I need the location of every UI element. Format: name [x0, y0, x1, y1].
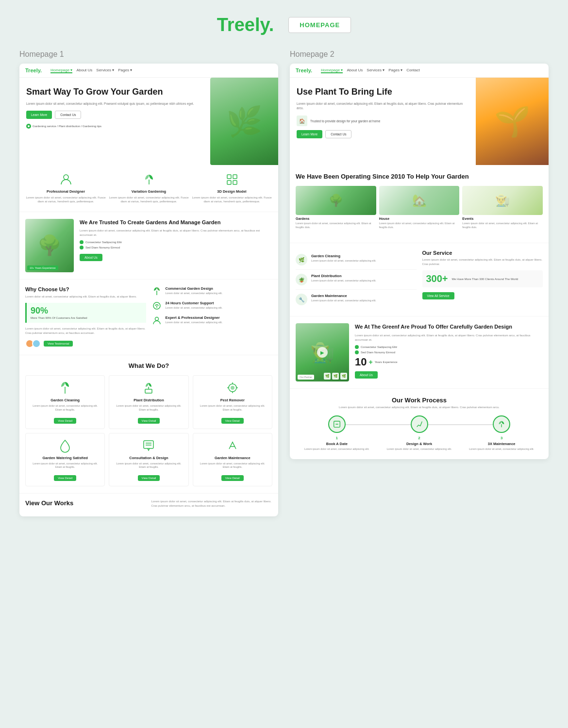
h2-nav-link-services[interactable]: Services ▾: [367, 68, 384, 73]
svg-rect-20: [144, 441, 153, 448]
h1-about-btn[interactable]: About Us: [80, 254, 102, 261]
card-desc-1: Lorem ipsum dolor sit amet, consectetur …: [30, 404, 100, 412]
gallery-img-1: 🌳: [296, 186, 376, 215]
h2-our-service: 🌿 Garden Cleaning Lorem ipsum dolor sit …: [290, 243, 549, 316]
h2-nav: Treely. Homepage ▾ About Us Services ▾ P…: [290, 64, 549, 78]
h1-hero-content: Smart Way To Grow Your Garden Lorem ipsu…: [19, 78, 210, 165]
h2-years-label: Years Experience: [375, 361, 398, 364]
check-dot-1: [80, 240, 84, 244]
h1-service-3: Expert & Professional Designer Lorem dol…: [152, 315, 273, 325]
h2-years-num: 10: [355, 356, 367, 368]
h2-hero: Use Plant To Bring Life Lorem ipsum dolo…: [290, 78, 549, 165]
svg-point-1: [64, 175, 68, 180]
play-button[interactable]: ▶: [317, 347, 328, 358]
card-desc-4: Lorem ipsum dolor sit amet, consectetur …: [30, 462, 100, 469]
h2-about-btn[interactable]: About Us: [355, 371, 378, 379]
h2-nav-link-contact[interactable]: Contact: [406, 68, 420, 73]
h2-service-right-desc: Lorem ipsum dolor sit amet, consectetur …: [422, 258, 543, 266]
top-header: Treely. HOMEPAGE: [0, 0, 568, 45]
h2-check-dot-1: [355, 345, 359, 349]
feature-item-1: Professional Designer Lorem ipsum dolor …: [24, 173, 107, 204]
card-title-6: Garden Maintenance: [197, 456, 268, 460]
h1-nav-links: Homepage ▾ About Us Services ▾ Pages ▾: [50, 68, 132, 73]
h2-process: Our Work Process Lorem ipsum dolor sit a…: [290, 389, 549, 459]
h1-nav-link-home[interactable]: Homepage ▾: [50, 68, 72, 73]
h2-nav-link-pages[interactable]: Pages ▾: [388, 68, 402, 73]
h1-about: 🌳 10+ Years Experience We Are Trusted To…: [19, 212, 278, 280]
h1-service-name-3: Expert & Professional Designer: [166, 315, 223, 320]
h2-nav-link-home[interactable]: Homepage ▾: [321, 68, 343, 73]
gardening-icon: [142, 173, 156, 186]
h2-gallery-row: 🌳 Gardens Lorem ipsum dolor sit amet, co…: [296, 186, 543, 229]
h1-what-title: What We Do?: [25, 362, 272, 369]
h1-service-2: 24 Hours Customer Support Lorem dolor si…: [152, 301, 273, 311]
step-desc-3: Lorem ipsum dolor sit amet, consectetur …: [460, 447, 543, 451]
h2-proud-title: We At The Greenf Are Proud To Offer Care…: [355, 323, 543, 330]
h1-about-content: We Are Trusted To Create Gardens And Man…: [80, 219, 272, 272]
h2-learn-more-btn[interactable]: Learn More: [297, 130, 322, 138]
h2-hero-title: Use Plant To Bring Life: [297, 86, 469, 98]
h1-about-image: 🌳 10+ Years Experience: [25, 219, 74, 272]
h2-stat-box: 300+ We Have More Than 300 Clients Aroun…: [422, 270, 543, 287]
h2-service-right-title: Our Service: [422, 250, 543, 256]
feature-title-2: Variation Gardening: [107, 189, 190, 194]
card-desc-2: Lorem ipsum dolor sit amet, consectetur …: [113, 404, 184, 412]
h2-service-name-2: Plant Distribution: [311, 274, 376, 278]
h1-service-name-2: 24 Hours Customer Support: [166, 301, 223, 305]
card-title-4: Garden Watering Satisfied: [30, 456, 100, 460]
card-btn-2[interactable]: View Detail: [138, 418, 160, 424]
h1-contact-btn[interactable]: Contact Us: [55, 111, 81, 119]
h2-view-all-btn[interactable]: View All Service: [422, 292, 454, 299]
card-title-5: Consultation & Design: [113, 456, 184, 460]
h1-avatars: [25, 339, 41, 348]
homepage1-card: Treely. Homepage ▾ About Us Services ▾ P…: [19, 64, 278, 516]
partner-label: Our Partner: [298, 375, 314, 380]
customer-support-icon: [152, 301, 162, 311]
h1-hero: Smart Way To Grow Your Garden Lorem ipsu…: [19, 78, 278, 165]
gallery-gardens: 🌳 Gardens Lorem ipsum dolor sit amet, co…: [296, 186, 376, 229]
h1-works: View Our Works Lorem ipsum dolor sit ame…: [19, 494, 278, 516]
trusted-icon: 🏠: [297, 116, 307, 126]
h2-service-desc-2: Lorem ipsum dolor sit amet, consectetur …: [311, 279, 376, 283]
step-title-3: 3X Maintenance: [460, 442, 543, 446]
h2-hero-buttons: Learn More Contact Us: [297, 130, 469, 138]
h1-percent-desc: More Than 90% Of Customers Are Satisfied: [31, 316, 142, 320]
h2-service-right: Our Service Lorem ipsum dolor sit amet, …: [422, 250, 543, 309]
commercial-garden-icon: [152, 286, 162, 296]
card-pest-remover: Pest Remover Lorem ipsum dolor sit amet,…: [193, 375, 272, 429]
h2-nav-link-about[interactable]: About Us: [347, 68, 363, 73]
partner-icons: 🌿 🌿 🌿: [324, 373, 347, 380]
homepage1-col: Homepage 1 Treely. Homepage ▾ About Us S…: [19, 50, 278, 516]
h1-percent-box: 90% More Than 90% Of Customers Are Satis…: [25, 303, 146, 323]
svg-rect-6: [233, 181, 237, 184]
h1-nav-link-services[interactable]: Services ▾: [96, 68, 114, 73]
h2-proud-content: We At The Greenf Are Proud To Offer Care…: [355, 323, 543, 381]
card-btn-4[interactable]: View Detail: [54, 475, 76, 481]
h1-nav-link-pages[interactable]: Pages ▾: [118, 68, 132, 73]
h2-contact-btn[interactable]: Contact Us: [325, 130, 351, 138]
h1-about-title: We Are Trusted To Create Gardens And Man…: [80, 219, 272, 226]
h2-hero-desc: Lorem ipsum dolor sit amet, consectetur …: [297, 101, 469, 111]
h1-works-desc: Lorem ipsum dolor sit amet, consectetur …: [151, 499, 273, 508]
step-desc-1: Lorem ipsum dolor sit amet, consectetur …: [296, 447, 378, 451]
h2-trusted-text: Trusted to provide design for your garde…: [310, 119, 380, 123]
h1-learn-more-btn[interactable]: Learn More: [26, 111, 52, 119]
h1-service-1: Commercial Garden Design Lorem dolor sit…: [152, 286, 273, 296]
h1-nav-link-about[interactable]: About Us: [76, 68, 92, 73]
feature-title-1: Professional Designer: [24, 189, 107, 194]
card-btn-3[interactable]: View Detail: [221, 418, 244, 424]
card-btn-5[interactable]: View Detail: [138, 475, 160, 481]
h1-service-desc-3: Lorem dolor sit amet, consectetur adipis…: [166, 321, 223, 325]
h1-view-testimonial-btn[interactable]: View Testimonial: [44, 341, 73, 347]
svg-point-0: [28, 125, 30, 127]
gallery-img-3: 👨‍🌾: [462, 186, 543, 215]
h1-hero-image: 🌿: [210, 78, 278, 165]
professional-icon: [59, 173, 73, 186]
card-btn-1[interactable]: View Detail: [54, 418, 76, 424]
homepage2-col: Homepage 2 Treely. Homepage ▾ About Us S…: [290, 50, 549, 516]
h1-why-right: Commercial Garden Design Lorem dolor sit…: [152, 286, 273, 348]
h1-check-2: Sed Diam Nonumy Eirmod: [80, 246, 272, 249]
card-btn-6[interactable]: View Detail: [221, 475, 244, 481]
h1-service-name-1: Commercial Garden Design: [166, 286, 223, 291]
card-title-1: Garden Cleaning: [30, 398, 100, 402]
